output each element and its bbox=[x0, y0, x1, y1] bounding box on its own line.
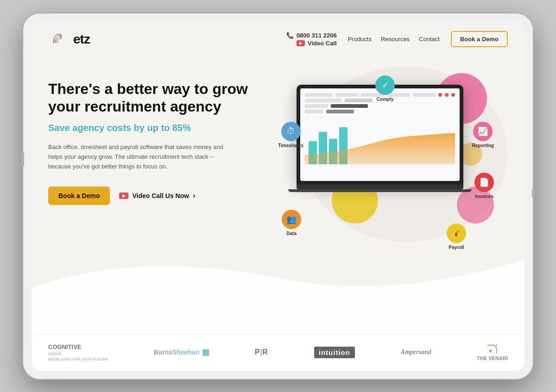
burns-text: BurnsSheehan bbox=[153, 348, 209, 356]
comply-icon: ✓ bbox=[375, 75, 395, 95]
ampersand-text: Ampersand bbox=[401, 348, 431, 356]
laptop-screen bbox=[300, 88, 460, 181]
table-row bbox=[305, 104, 455, 108]
phone-line: 📞 0800 311 2266 bbox=[286, 32, 337, 39]
reporting-icon: 📈 bbox=[473, 122, 493, 141]
nav-resources[interactable]: Resources bbox=[381, 36, 410, 43]
wave-svg bbox=[32, 241, 524, 334]
video-call-header[interactable]: ▶ Video Call bbox=[297, 40, 337, 47]
header-contact: 📞 0800 311 2266 ▶ Video Call bbox=[286, 32, 337, 47]
cell-dark bbox=[331, 104, 368, 108]
book-demo-header-button[interactable]: Book a Demo bbox=[451, 31, 508, 47]
logo-icon bbox=[48, 29, 69, 50]
video-icon-header: ▶ bbox=[297, 40, 305, 46]
logo-text: etz bbox=[73, 32, 90, 47]
client-logos-section: COGNITIVE GROUPRECRUITING FOR YOUR FUTUR… bbox=[32, 334, 524, 371]
pgr-text: P|R bbox=[255, 348, 268, 356]
tablet-power-button bbox=[532, 189, 535, 197]
nav-contact[interactable]: Contact bbox=[419, 36, 440, 43]
cell bbox=[335, 93, 359, 97]
book-demo-hero-button[interactable]: Book a Demo bbox=[48, 187, 110, 205]
cell bbox=[305, 104, 328, 108]
dashboard-content bbox=[300, 88, 460, 181]
cell bbox=[305, 93, 333, 97]
header-right: 📞 0800 311 2266 ▶ Video Call Products Re… bbox=[286, 31, 508, 47]
hero-cta: Book a Demo ▶ Video Call Us Now › bbox=[48, 187, 269, 205]
cell bbox=[326, 110, 354, 113]
feature-payroll: 💰 Payroll bbox=[447, 224, 466, 250]
screen: etz 📞 0800 311 2266 ▶ Video Call Product… bbox=[32, 22, 524, 371]
comply-label: Comply bbox=[377, 97, 394, 102]
hero-subtitle: Save agency costs by up to 85% bbox=[48, 123, 269, 133]
video-call-hero-label: Video Call Us Now bbox=[132, 192, 189, 199]
logo[interactable]: etz bbox=[48, 29, 90, 50]
feature-comply: ✓ Comply bbox=[375, 75, 395, 102]
logo-venari: 🏹 THE VENARI bbox=[477, 343, 508, 361]
cell bbox=[305, 110, 323, 113]
feature-data: 👥 Data bbox=[282, 210, 301, 236]
cell bbox=[345, 99, 373, 102]
logo-cognitive: COGNITIVE GROUPRECRUITING FOR YOUR FUTUR… bbox=[48, 343, 108, 361]
nav-links: Products Resources Contact bbox=[348, 36, 440, 43]
cell-indicator bbox=[445, 93, 449, 97]
table-row bbox=[305, 110, 455, 113]
feature-timesheets: ⏱ Timesheets bbox=[278, 122, 303, 148]
video-call-header-label: Video Call bbox=[308, 40, 337, 47]
hero-description: Back office, timesheet and payroll softw… bbox=[48, 143, 234, 171]
invoices-icon: 📄 bbox=[474, 173, 494, 192]
cell-indicator bbox=[438, 93, 442, 97]
cell bbox=[413, 93, 436, 97]
tablet-side-button bbox=[21, 152, 24, 166]
cell bbox=[305, 99, 342, 102]
feature-reporting: 📈 Reporting bbox=[472, 122, 494, 148]
timesheets-label: Timesheets bbox=[278, 143, 303, 148]
timesheets-icon: ⏱ bbox=[281, 122, 301, 141]
area-chart bbox=[305, 132, 455, 164]
laptop-foot bbox=[288, 189, 472, 192]
hero-left: There's a better way to grow your recrui… bbox=[48, 71, 269, 205]
laptop-base bbox=[297, 185, 463, 189]
video-icon-hero: ▶ bbox=[119, 193, 128, 199]
logo-pgr: P|R bbox=[255, 348, 268, 356]
cognitive-text: COGNITIVE GROUPRECRUITING FOR YOUR FUTUR… bbox=[48, 343, 108, 361]
hero-title: There's a better way to grow your recrui… bbox=[48, 80, 269, 116]
reporting-label: Reporting bbox=[472, 143, 494, 148]
chart bbox=[305, 118, 455, 164]
payroll-icon: 💰 bbox=[447, 224, 466, 243]
logo-ampersand: Ampersand bbox=[401, 348, 431, 356]
tablet-frame: etz 📞 0800 311 2266 ▶ Video Call Product… bbox=[23, 13, 533, 379]
payroll-label: Payroll bbox=[449, 245, 464, 250]
venari-text: 🏹 THE VENARI bbox=[477, 343, 508, 361]
cell-indicator bbox=[451, 93, 455, 97]
logo-burnsheehan: BurnsSheehan bbox=[153, 348, 209, 356]
phone-icon: 📞 bbox=[286, 32, 294, 39]
phone-number: 0800 311 2266 bbox=[297, 32, 337, 39]
video-call-link[interactable]: ▶ Video Call Us Now › bbox=[119, 192, 195, 200]
feature-invoices: 📄 Invoices bbox=[474, 173, 494, 199]
logo-intuition: intuition bbox=[314, 347, 355, 358]
data-icon: 👥 bbox=[282, 210, 301, 229]
arrow-icon: › bbox=[193, 192, 195, 200]
header: etz 📞 0800 311 2266 ▶ Video Call Product… bbox=[32, 22, 524, 57]
nav-products[interactable]: Products bbox=[348, 36, 372, 43]
intuition-text: intuition bbox=[314, 347, 355, 358]
wave-background bbox=[32, 241, 524, 334]
invoices-label: Invoices bbox=[475, 194, 493, 199]
data-label: Data bbox=[286, 231, 297, 236]
